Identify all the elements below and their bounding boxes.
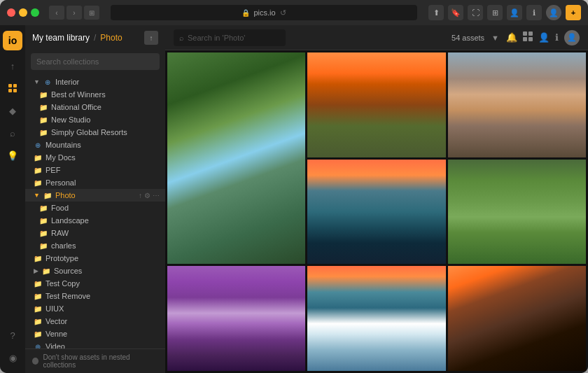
folder-icon: 📁	[34, 305, 42, 313]
folder-icon: 📁	[39, 204, 48, 212]
tree-item-personal[interactable]: 📁 Personal	[25, 176, 165, 189]
back-button[interactable]: ‹	[49, 6, 64, 20]
folder-yellow-icon: 📁	[43, 192, 52, 199]
svg-rect-1	[13, 84, 17, 87]
photo-waterfall[interactable]	[167, 52, 305, 264]
tree-item-best-of-winners[interactable]: 📁 Best of Winners	[25, 88, 165, 101]
sidebar-footer: Don't show assets in nested collections	[25, 349, 165, 373]
title-bar: ‹ › ⊞ 🔒 pics.io ↺ ⬆ 🔖 ⛶ ⊞ 👤 ℹ 👤 +	[0, 0, 588, 25]
svg-rect-5	[528, 31, 533, 36]
toggle-nested-assets[interactable]	[32, 358, 38, 365]
tree-item-prototype[interactable]: 📁 Prototype	[25, 252, 165, 265]
tree-item-national-office[interactable]: 📁 National Office	[25, 101, 165, 113]
profile-icon[interactable]: 👤	[507, 5, 522, 20]
info-icon-tb[interactable]: ℹ	[526, 5, 542, 20]
folder-icon: 📁	[34, 255, 42, 262]
photo-search-input[interactable]	[188, 34, 280, 42]
tree-item-test-remove[interactable]: 📁 Test Remove	[25, 290, 165, 302]
photo-mountain-snow[interactable]	[307, 266, 445, 371]
folder-icon: 📁	[39, 116, 48, 124]
photo-road-sunset[interactable]	[448, 266, 586, 371]
tree-item-test-copy[interactable]: 📁 Test Copy	[25, 277, 165, 290]
svg-rect-3	[13, 89, 17, 92]
notification-icon[interactable]: 🔔	[506, 32, 517, 43]
filter-icon[interactable]: ▼	[491, 34, 499, 42]
rail-tags-icon[interactable]: ◆	[3, 101, 22, 120]
folder-icon: 📁	[34, 318, 42, 325]
minimize-button[interactable]	[19, 8, 27, 17]
photo-search-box: ⌕	[174, 29, 286, 46]
tree-item-uiux[interactable]: 📁 UIUX	[25, 302, 165, 315]
upload-action-icon[interactable]: ↑	[139, 192, 142, 199]
photo-mountain-lake-top[interactable]	[448, 52, 586, 157]
tree-label-pef: PEF	[46, 166, 60, 174]
bookmark-icon[interactable]: 🔖	[448, 5, 463, 20]
folder-icon: 📁	[34, 293, 42, 300]
tree-item-simply-global[interactable]: 📁 Simply Global Resorts	[25, 126, 165, 139]
globe-icon: ⊕	[34, 141, 42, 149]
add-button[interactable]: +	[566, 5, 581, 20]
tree-item-sources[interactable]: ▶ 📁 Sources	[25, 265, 165, 277]
app-window: ‹ › ⊞ 🔒 pics.io ↺ ⬆ 🔖 ⛶ ⊞ 👤 ℹ 👤 + io ↑	[0, 0, 588, 373]
tree-item-food[interactable]: 📁 Food	[25, 202, 165, 214]
folder-icon: 📁	[34, 179, 42, 187]
grid-icon[interactable]	[523, 31, 533, 43]
folder-icon: 📁	[39, 104, 48, 111]
photo-hills[interactable]	[307, 52, 445, 157]
collection-search-input[interactable]	[31, 53, 160, 70]
close-button[interactable]	[7, 8, 15, 17]
photo-yosemite[interactable]	[307, 160, 445, 265]
avatar-top[interactable]: 👤	[564, 30, 580, 45]
tree-item-vector[interactable]: 📁 Vector	[25, 315, 165, 328]
tree-label-best-of-winners: Best of Winners	[51, 90, 106, 99]
rail-help-icon[interactable]: ?	[3, 325, 22, 345]
rail-lightbulb-icon[interactable]: 💡	[3, 146, 22, 165]
forward-button[interactable]: ›	[66, 6, 82, 20]
tree-label-raw: RAW	[51, 229, 69, 237]
tree-item-charles[interactable]: 📁 charles	[25, 239, 165, 252]
tree-item-venne[interactable]: 📁 Venne	[25, 328, 165, 340]
rail-upload-icon[interactable]: ↑	[3, 56, 22, 76]
window-button[interactable]: ⊞	[84, 6, 99, 20]
tree-item-landscape[interactable]: 📁 Landscape	[25, 214, 165, 227]
svg-rect-6	[523, 37, 527, 41]
tree-item-mountains[interactable]: ⊕ Mountains	[25, 139, 165, 151]
tree-label-test-remove: Test Remove	[46, 292, 90, 300]
maximize-button[interactable]	[31, 8, 39, 17]
info-icon-top[interactable]: ℹ	[555, 32, 559, 43]
rail-collections-icon[interactable]	[3, 78, 22, 98]
rail-user-icon[interactable]: ◉	[3, 348, 22, 367]
tree-item-raw[interactable]: 📁 RAW	[25, 227, 165, 239]
tree-item-new-studio[interactable]: 📁 New Studio	[25, 113, 165, 126]
sidebar: My team library / Photo ↑ ▼ ⊕ Interior 📁…	[25, 25, 165, 373]
tree-label-video: Video	[46, 342, 65, 349]
settings-action-icon[interactable]: ⚙	[144, 192, 150, 199]
tree-item-interior[interactable]: ▼ ⊕ Interior	[25, 76, 165, 88]
avatar-icon[interactable]: 👤	[546, 5, 561, 20]
user-icon-top[interactable]: 👤	[538, 32, 550, 43]
tree-label-my-docs: My Docs	[46, 153, 76, 162]
more-action-icon[interactable]: ⋯	[153, 192, 160, 199]
icon-rail: io ↑ ◆ ⌕ 💡 ? ◉	[0, 25, 25, 373]
rail-search-icon[interactable]: ⌕	[3, 123, 22, 143]
grid-view-icon[interactable]: ⊞	[487, 5, 503, 20]
photo-flowers[interactable]	[167, 266, 305, 371]
lock-icon: 🔒	[241, 9, 250, 17]
right-panel: ⌕ 54 assets ▼ 🔔 👤	[165, 25, 588, 373]
tree-label-photo: Photo	[55, 191, 76, 199]
photo-item-actions: ↑ ⚙ ⋯	[139, 192, 160, 199]
address-bar[interactable]: 🔒 pics.io ↺	[111, 5, 417, 20]
expand-icon[interactable]: ⛶	[468, 5, 483, 20]
folder-icon: 📁	[34, 280, 42, 288]
tree-item-pef[interactable]: 📁 PEF	[25, 164, 165, 176]
photo-golf[interactable]	[448, 160, 586, 265]
app-logo: io	[3, 31, 22, 50]
folder-icon: 📁	[39, 129, 48, 136]
tree-item-video[interactable]: ⊕ Video	[25, 340, 165, 349]
folder-icon: 📁	[34, 167, 42, 174]
upload-button[interactable]: ↑	[144, 31, 158, 45]
current-folder-breadcrumb: Photo	[100, 33, 122, 43]
tree-item-photo[interactable]: ▼ 📁 Photo ↑ ⚙ ⋯	[25, 189, 165, 202]
share-icon[interactable]: ⬆	[428, 5, 444, 20]
tree-item-my-docs[interactable]: 📁 My Docs	[25, 151, 165, 164]
